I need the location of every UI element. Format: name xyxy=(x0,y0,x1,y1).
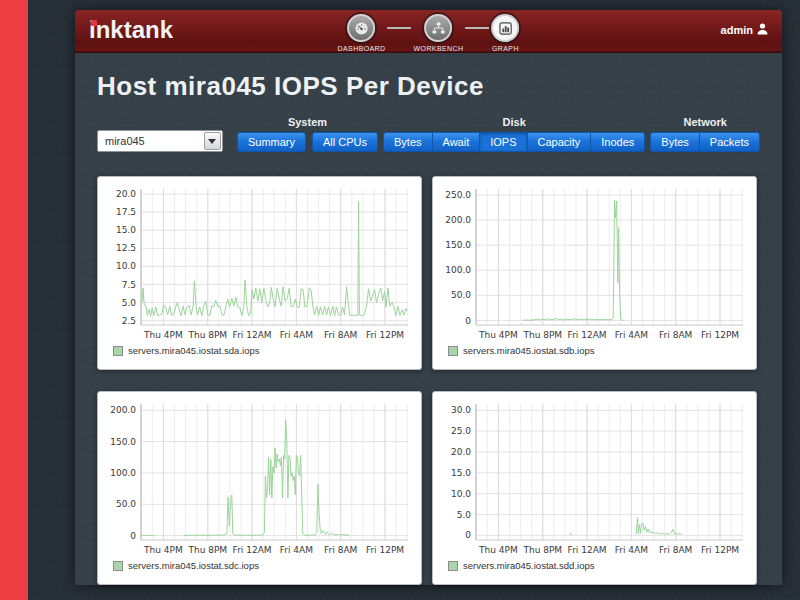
chart-sdd: 05.010.015.020.025.030.0Thu 4PMThu 8PMFr… xyxy=(440,398,749,558)
filter-group-label: Disk xyxy=(503,116,526,128)
filter-groups: SystemSummaryAll CPUsDiskBytesAwaitIOPSC… xyxy=(237,116,760,152)
svg-text:Fri 12AM: Fri 12AM xyxy=(233,545,272,555)
svg-text:Fri 8AM: Fri 8AM xyxy=(659,545,692,555)
svg-text:100.0: 100.0 xyxy=(110,468,136,478)
svg-text:2.5: 2.5 xyxy=(122,316,136,326)
svg-text:Fri 12PM: Fri 12PM xyxy=(366,330,404,340)
legend-swatch-icon xyxy=(113,346,123,356)
chart-sdb: 050.0100.0150.0200.0250.0Thu 4PMThu 8PMF… xyxy=(440,183,749,343)
svg-text:Thu 8PM: Thu 8PM xyxy=(187,330,227,340)
chart-panel-sdb: 050.0100.0150.0200.0250.0Thu 4PMThu 8PMF… xyxy=(432,176,757,370)
svg-text:150.0: 150.0 xyxy=(110,437,136,447)
svg-text:200.0: 200.0 xyxy=(110,405,136,415)
svg-text:0: 0 xyxy=(465,530,471,540)
svg-text:Fri 4AM: Fri 4AM xyxy=(615,330,648,340)
person-icon xyxy=(757,23,768,37)
filter-button-system-all-cpus[interactable]: All CPUs xyxy=(312,132,378,152)
nav-item-graph[interactable]: GRAPH xyxy=(491,14,519,52)
filter-button-disk-capacity[interactable]: Capacity xyxy=(527,132,591,152)
filter-button-disk-inodes[interactable]: Inodes xyxy=(590,132,645,152)
filter-button-network-packets[interactable]: Packets xyxy=(699,132,760,152)
left-accent-stripe xyxy=(0,0,28,600)
svg-text:Thu 8PM: Thu 8PM xyxy=(522,545,562,555)
filter-group-network: NetworkBytesPackets xyxy=(650,116,760,152)
top-navigation-bar: inktank DASHBOARDWORKBENCHGRAPH admin xyxy=(75,10,782,53)
legend-metric: servers.mira045.iostat.sda.iops xyxy=(128,345,259,356)
svg-text:200.0: 200.0 xyxy=(445,215,471,225)
app-window: inktank DASHBOARDWORKBENCHGRAPH admin Ho… xyxy=(75,10,782,585)
nav-item-label: WORKBENCH xyxy=(414,45,464,52)
svg-text:Fri 12PM: Fri 12PM xyxy=(366,545,404,555)
svg-text:Fri 12AM: Fri 12AM xyxy=(568,330,607,340)
svg-text:Fri 4AM: Fri 4AM xyxy=(615,545,648,555)
user-menu[interactable]: admin xyxy=(721,23,768,37)
svg-text:17.5: 17.5 xyxy=(116,207,136,217)
svg-text:250.0: 250.0 xyxy=(445,190,471,200)
dropdown-arrow-icon[interactable] xyxy=(204,132,221,150)
inktank-logo[interactable]: inktank xyxy=(89,16,173,44)
legend-metric: servers.mira045.iostat.sdc.iops xyxy=(128,560,259,571)
filter-group-disk: DiskBytesAwaitIOPSCapacityInodes xyxy=(383,116,645,152)
nav-item-workbench[interactable]: WORKBENCH xyxy=(414,14,464,52)
button-row: BytesPackets xyxy=(650,132,760,152)
host-select[interactable]: mira045 xyxy=(97,130,223,152)
svg-text:Thu 8PM: Thu 8PM xyxy=(187,545,227,555)
host-select-value: mira045 xyxy=(98,135,204,147)
filter-button-disk-iops[interactable]: IOPS xyxy=(479,132,526,152)
gauge-icon[interactable] xyxy=(348,14,376,42)
chart-sda: 2.55.07.510.012.515.017.520.0Thu 4PMThu … xyxy=(105,183,414,343)
nav-item-dashboard[interactable]: DASHBOARD xyxy=(338,14,386,52)
svg-text:7.5: 7.5 xyxy=(122,280,136,290)
logo-red-dot xyxy=(91,20,97,26)
svg-text:50.0: 50.0 xyxy=(451,290,471,300)
sitemap-icon[interactable] xyxy=(424,14,452,42)
user-label: admin xyxy=(721,24,753,36)
legend-metric: servers.mira045.iostat.sdb.iops xyxy=(463,345,594,356)
legend-swatch-icon xyxy=(448,561,458,571)
charts-grid: 2.55.07.510.012.515.017.520.0Thu 4PMThu … xyxy=(97,176,760,585)
bar-chart-icon[interactable] xyxy=(491,14,519,42)
nav: DASHBOARDWORKBENCHGRAPH xyxy=(338,14,520,52)
svg-text:5.0: 5.0 xyxy=(457,510,472,520)
filter-button-network-bytes[interactable]: Bytes xyxy=(650,132,699,152)
svg-text:10.0: 10.0 xyxy=(116,261,136,271)
chart-sdc: 050.0100.0150.0200.0Thu 4PMThu 8PMFri 12… xyxy=(105,398,414,558)
svg-text:Fri 12PM: Fri 12PM xyxy=(701,545,739,555)
svg-text:20.0: 20.0 xyxy=(116,189,136,199)
svg-text:30.0: 30.0 xyxy=(451,405,471,415)
svg-text:25.0: 25.0 xyxy=(451,426,471,436)
main-content: Host mira045 IOPS Per Device mira045 Sys… xyxy=(75,53,782,585)
svg-text:15.0: 15.0 xyxy=(451,468,471,478)
svg-text:Fri 4AM: Fri 4AM xyxy=(280,545,313,555)
button-row: SummaryAll CPUs xyxy=(237,132,378,152)
button-row: BytesAwaitIOPSCapacityInodes xyxy=(383,132,645,152)
svg-text:15.0: 15.0 xyxy=(116,225,136,235)
chart-legend: servers.mira045.iostat.sdc.iops xyxy=(105,560,414,571)
svg-text:Fri 4AM: Fri 4AM xyxy=(280,330,313,340)
svg-text:20.0: 20.0 xyxy=(451,447,471,457)
filter-button-system-summary[interactable]: Summary xyxy=(237,132,306,152)
svg-text:Fri 12AM: Fri 12AM xyxy=(233,330,272,340)
svg-text:Thu 4PM: Thu 4PM xyxy=(478,545,518,555)
filter-row: mira045 SystemSummaryAll CPUsDiskBytesAw… xyxy=(97,116,760,152)
svg-text:0: 0 xyxy=(465,316,471,326)
svg-text:Fri 8AM: Fri 8AM xyxy=(324,545,357,555)
filter-button-disk-bytes[interactable]: Bytes xyxy=(383,132,432,152)
svg-text:Thu 4PM: Thu 4PM xyxy=(143,545,183,555)
legend-metric: servers.mira045.iostat.sdd.iops xyxy=(463,560,594,571)
logo-text: inktank xyxy=(89,16,173,43)
svg-text:Fri 12AM: Fri 12AM xyxy=(568,545,607,555)
chart-legend: servers.mira045.iostat.sdd.iops xyxy=(440,560,749,571)
svg-text:Fri 8AM: Fri 8AM xyxy=(659,330,692,340)
nav-item-label: DASHBOARD xyxy=(338,45,386,52)
svg-text:12.5: 12.5 xyxy=(116,243,136,253)
filter-button-disk-await[interactable]: Await xyxy=(432,132,480,152)
svg-text:Fri 12PM: Fri 12PM xyxy=(701,330,739,340)
svg-text:5.0: 5.0 xyxy=(122,298,137,308)
chart-legend: servers.mira045.iostat.sda.iops xyxy=(105,345,414,356)
filter-group-system: SystemSummaryAll CPUs xyxy=(237,116,378,152)
svg-text:100.0: 100.0 xyxy=(445,265,471,275)
svg-text:10.0: 10.0 xyxy=(451,489,471,499)
svg-text:Fri 8AM: Fri 8AM xyxy=(324,330,357,340)
svg-text:Thu 4PM: Thu 4PM xyxy=(478,330,518,340)
